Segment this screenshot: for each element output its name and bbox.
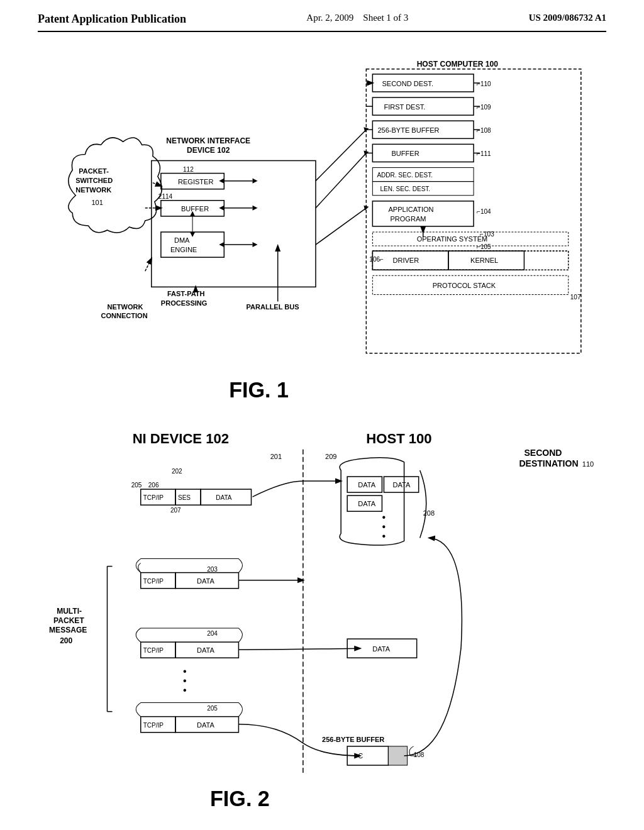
svg-text:⌐111: ⌐111: [477, 150, 491, 157]
svg-line-72: [316, 130, 366, 180]
svg-text:DATA: DATA: [216, 494, 232, 501]
svg-text:PROGRAM: PROGRAM: [390, 215, 426, 223]
svg-marker-60: [219, 206, 224, 211]
svg-text:107: 107: [570, 294, 581, 301]
svg-text:PROCESSING: PROCESSING: [161, 299, 208, 307]
svg-text:207: 207: [170, 507, 181, 514]
svg-text:TCP/IP: TCP/IP: [143, 578, 164, 585]
svg-text:SWITCHED: SWITCHED: [75, 177, 113, 184]
svg-text:MESSAGE: MESSAGE: [49, 626, 87, 634]
header-title: Patent Application Publication: [38, 13, 186, 26]
svg-text:208: 208: [423, 509, 435, 517]
svg-text:SES: SES: [178, 494, 191, 501]
svg-text:200: 200: [60, 636, 72, 645]
svg-text:DRIVER: DRIVER: [392, 257, 419, 264]
svg-text:201: 201: [270, 453, 282, 460]
svg-text:OPERATING SYSTEM: OPERATING SYSTEM: [417, 235, 488, 243]
svg-text:TCP/IP: TCP/IP: [143, 647, 164, 654]
fig1-diagram: HOST COMPUTER 100 SECOND DEST. ⌐110 FIRS…: [38, 51, 606, 416]
svg-text:⌐110: ⌐110: [477, 80, 491, 87]
svg-text:FAST-PATH: FAST-PATH: [167, 290, 205, 297]
svg-line-70: [316, 153, 366, 208]
svg-text:DATA: DATA: [197, 577, 214, 585]
svg-text:106⌐: 106⌐: [369, 256, 384, 263]
svg-text:⌐105: ⌐105: [477, 243, 491, 250]
svg-text:DATA: DATA: [372, 645, 390, 653]
svg-marker-69: [190, 232, 195, 237]
svg-text:PROTOCOL STACK: PROTOCOL STACK: [433, 282, 496, 289]
fig2-diagram: NI DEVICE 102 HOST 100 SECOND DESTINATIO…: [38, 422, 606, 824]
svg-text:⌐104: ⌐104: [477, 208, 491, 215]
svg-text:DMA: DMA: [174, 236, 190, 244]
svg-text:APPLICATION: APPLICATION: [388, 206, 433, 213]
svg-rect-17: [372, 144, 474, 162]
svg-line-86: [153, 183, 161, 186]
svg-marker-53: [219, 179, 224, 184]
svg-text:C: C: [358, 752, 363, 760]
svg-text:DATA: DATA: [358, 481, 375, 489]
svg-line-79: [145, 258, 152, 271]
svg-text:DESTINATION: DESTINATION: [519, 458, 578, 468]
svg-marker-66: [219, 242, 224, 247]
svg-text:205: 205: [131, 482, 142, 489]
header-right: US 2009/086732 A1: [529, 13, 606, 23]
svg-text:BUFFER: BUFFER: [181, 205, 209, 213]
svg-text:256-BYTE BUFFER: 256-BYTE BUFFER: [322, 736, 384, 743]
svg-text:NETWORK INTERFACE: NETWORK INTERFACE: [166, 136, 250, 145]
svg-text:DATA: DATA: [197, 646, 214, 654]
svg-text:⌐108: ⌐108: [477, 127, 491, 134]
svg-text:•: •: [382, 530, 386, 541]
svg-text:NETWORK: NETWORK: [75, 186, 111, 194]
svg-text:112: 112: [183, 166, 194, 173]
svg-text:101: 101: [91, 199, 103, 206]
svg-text:ADDR. SEC. DEST.: ADDR. SEC. DEST.: [377, 172, 433, 179]
svg-text:ENGINE: ENGINE: [170, 246, 197, 253]
header-center: Apr. 2, 2009 Sheet 1 of 3: [306, 13, 408, 23]
svg-marker-59: [253, 206, 258, 211]
svg-text:204: 204: [207, 630, 218, 637]
svg-text:FIG. 1: FIG. 1: [229, 378, 289, 402]
svg-text:205: 205: [207, 705, 218, 712]
svg-text:DATA: DATA: [358, 500, 375, 507]
svg-text:PACKET-: PACKET-: [79, 167, 109, 175]
svg-text:209: 209: [325, 453, 336, 460]
svg-text:HOST 100: HOST 100: [366, 431, 431, 446]
svg-text:110: 110: [582, 460, 594, 468]
svg-text:FIRST DEST.: FIRST DEST.: [384, 103, 425, 111]
svg-text:SECOND DEST.: SECOND DEST.: [382, 80, 433, 87]
svg-text:PARALLEL BUS: PARALLEL BUS: [246, 303, 299, 311]
svg-text:256-BYTE BUFFER: 256-BYTE BUFFER: [377, 126, 439, 134]
svg-text:KERNEL: KERNEL: [470, 257, 498, 264]
page: Patent Application Publication Apr. 2, 2…: [0, 0, 644, 830]
svg-text:CONNECTION: CONNECTION: [101, 312, 147, 319]
svg-text:BUFFER: BUFFER: [391, 150, 419, 157]
svg-text:HOST COMPUTER 100: HOST COMPUTER 100: [417, 60, 498, 69]
header: Patent Application Publication Apr. 2, 2…: [38, 13, 606, 32]
svg-rect-47: [152, 160, 316, 287]
svg-text:LEN. SEC. DEST.: LEN. SEC. DEST.: [380, 185, 430, 192]
svg-text:•: •: [183, 684, 187, 695]
svg-text:DATA: DATA: [392, 481, 410, 489]
svg-text:PACKET: PACKET: [53, 616, 84, 625]
svg-line-87: [316, 208, 366, 245]
svg-text:MULTI-: MULTI-: [57, 607, 82, 616]
svg-text:TCP/IP: TCP/IP: [143, 722, 164, 729]
svg-text:FIG. 2: FIG. 2: [210, 787, 270, 811]
svg-text:⌐109: ⌐109: [477, 104, 491, 111]
svg-marker-65: [253, 242, 258, 247]
svg-text:SECOND: SECOND: [524, 448, 562, 458]
svg-text:NETWORK: NETWORK: [107, 303, 143, 311]
svg-text:206: 206: [148, 482, 159, 489]
svg-text:NI DEVICE 102: NI DEVICE 102: [133, 431, 229, 446]
svg-text:DATA: DATA: [197, 721, 214, 729]
svg-marker-52: [253, 179, 258, 184]
svg-text:DEVICE 102: DEVICE 102: [187, 146, 230, 155]
svg-text:REGISTER: REGISTER: [178, 178, 213, 185]
svg-text:203: 203: [207, 566, 218, 573]
svg-text:202: 202: [172, 468, 182, 475]
svg-text:TCP/IP: TCP/IP: [143, 494, 164, 501]
